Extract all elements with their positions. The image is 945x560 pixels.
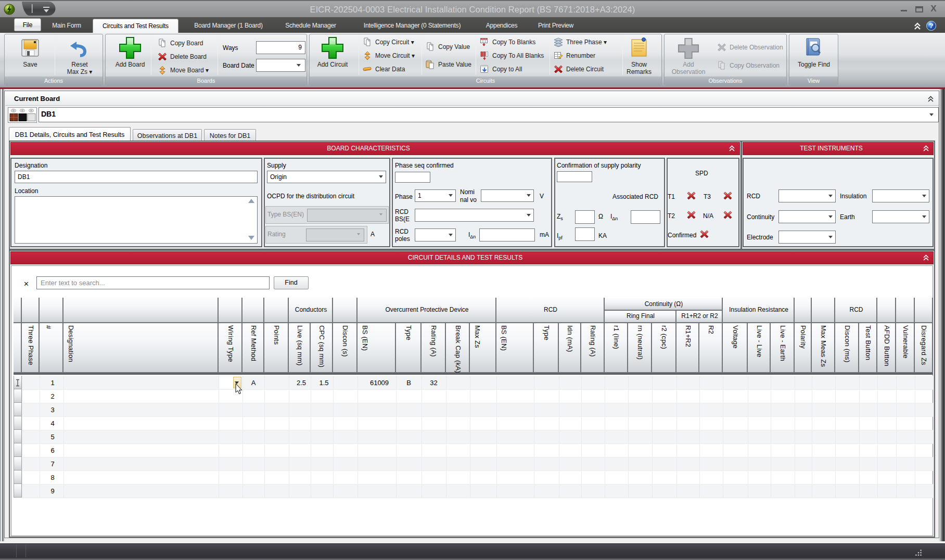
svg-text:?: ? (929, 22, 934, 30)
